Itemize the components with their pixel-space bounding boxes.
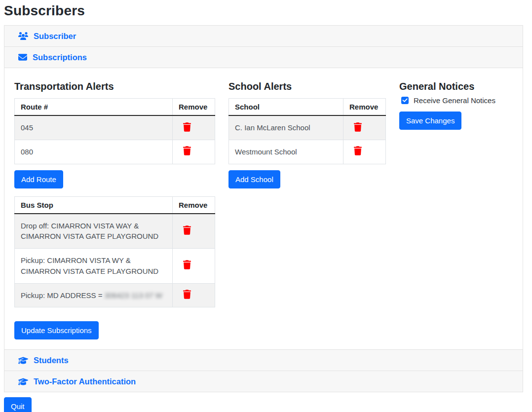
school-name: Westmount School xyxy=(229,140,343,164)
trash-icon xyxy=(354,146,362,155)
table-row: Pickup: MD ADDRESS = 306423 113 07 W xyxy=(15,283,215,307)
envelope-icon xyxy=(18,53,27,62)
accordion-header-label: Subscriber xyxy=(34,32,76,41)
general-notices-heading: General Notices xyxy=(399,81,513,92)
users-icon xyxy=(18,32,28,40)
accordion-header-two-factor[interactable]: Two-Factor Authentication xyxy=(4,371,523,392)
table-row: Drop off: CIMARRON VISTA WAY & CIMARRON … xyxy=(15,214,215,249)
route-column-header: Route # xyxy=(15,99,173,116)
accordion-header-students[interactable]: Students xyxy=(4,349,523,371)
bus-stop-description: Drop off: CIMARRON VISTA WAY & CIMARRON … xyxy=(15,214,173,249)
checkmark-icon xyxy=(402,97,408,104)
save-changes-button[interactable]: Save Changes xyxy=(399,112,461,130)
accordion-header-subscriber[interactable]: Subscriber xyxy=(4,25,523,47)
remove-school-button[interactable] xyxy=(353,121,363,133)
bus-stop-column-header: Bus Stop xyxy=(15,196,173,214)
update-subscriptions-button[interactable]: Update Subscriptions xyxy=(14,321,99,339)
graduation-cap-icon xyxy=(18,356,28,365)
school-column-header: School xyxy=(229,99,343,116)
trash-icon xyxy=(183,290,191,299)
table-row: Westmount School xyxy=(229,140,386,164)
school-alerts-section: School Alerts School Remove C. Ian McLar… xyxy=(228,81,386,188)
school-name: C. Ian McLaren School xyxy=(229,115,343,140)
accordion-header-subscriptions[interactable]: Subscriptions xyxy=(4,46,523,68)
bus-stop-table: Bus Stop Remove Drop off: CIMARRON VISTA… xyxy=(14,196,215,308)
remove-column-header: Remove xyxy=(173,99,215,116)
remove-route-button[interactable] xyxy=(182,121,192,133)
page-title: Subscribers xyxy=(4,3,523,19)
table-row: C. Ian McLaren School xyxy=(229,115,386,140)
bus-stop-text: Pickup: MD ADDRESS = xyxy=(21,291,105,300)
remove-column-header: Remove xyxy=(343,99,386,116)
remove-column-header: Remove xyxy=(173,196,215,214)
remove-bus-stop-button[interactable] xyxy=(182,289,192,300)
bus-stop-description: Pickup: MD ADDRESS = 306423 113 07 W xyxy=(15,283,173,307)
general-notices-section: General Notices Receive General Notices … xyxy=(399,81,513,130)
bus-stop-description: Pickup: CIMARRON VISTA WY & CIMARRON VIS… xyxy=(15,249,173,284)
route-number: 080 xyxy=(15,140,173,164)
subscriptions-panel: Transportation Alerts Route # Remove 045 xyxy=(4,68,523,350)
trash-icon xyxy=(183,146,191,155)
graduation-cap-icon xyxy=(18,377,28,386)
accordion-header-label: Subscriptions xyxy=(33,53,87,62)
remove-bus-stop-button[interactable] xyxy=(182,259,192,270)
table-row: 045 xyxy=(15,115,215,140)
redacted-address: 306423 113 07 W xyxy=(105,291,162,300)
add-school-button[interactable]: Add School xyxy=(228,170,280,188)
school-table: School Remove C. Ian McLaren School xyxy=(228,98,386,164)
route-table: Route # Remove 045 xyxy=(14,98,215,164)
trash-icon xyxy=(354,122,362,132)
school-alerts-heading: School Alerts xyxy=(228,81,386,92)
trash-icon xyxy=(183,260,191,269)
remove-school-button[interactable] xyxy=(353,145,363,156)
table-row: 080 xyxy=(15,140,215,164)
receive-general-notices-label[interactable]: Receive General Notices xyxy=(414,96,495,105)
transportation-alerts-heading: Transportation Alerts xyxy=(14,81,215,92)
quit-button[interactable]: Quit xyxy=(4,397,32,412)
remove-bus-stop-button[interactable] xyxy=(182,225,192,236)
accordion: Subscriber Subscriptions Transportation … xyxy=(4,25,523,392)
receive-general-notices-checkbox[interactable] xyxy=(401,97,409,104)
remove-route-button[interactable] xyxy=(182,145,192,156)
accordion-header-label: Students xyxy=(34,356,69,365)
table-row: Pickup: CIMARRON VISTA WY & CIMARRON VIS… xyxy=(15,249,215,284)
trash-icon xyxy=(183,122,191,132)
trash-icon xyxy=(183,225,191,235)
accordion-header-label: Two-Factor Authentication xyxy=(34,377,136,386)
add-route-button[interactable]: Add Route xyxy=(14,170,63,188)
route-number: 045 xyxy=(15,115,173,140)
transportation-alerts-section: Transportation Alerts Route # Remove 045 xyxy=(14,81,215,339)
